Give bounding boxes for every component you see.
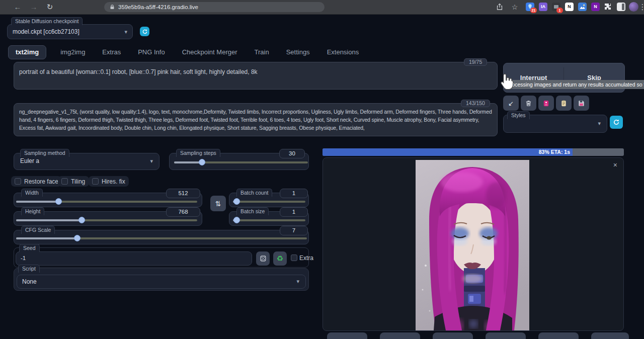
tab-png-info[interactable]: PNG Info [135, 46, 168, 59]
zip-button[interactable] [380, 332, 420, 339]
batch-count-label: Batch count [236, 189, 272, 197]
kebab-menu-icon[interactable]: ⋮ [637, 1, 644, 13]
send-to-img2img-button[interactable] [433, 332, 473, 339]
script-dropdown[interactable]: None ▾ [17, 275, 306, 289]
chevron-down-icon: ▾ [598, 120, 601, 127]
hires-fix-checkbox[interactable] [92, 178, 99, 185]
extension-notion-icon[interactable]: N [565, 3, 574, 11]
lock-icon [109, 4, 115, 10]
negative-prompt-token-counter: 143/150 [461, 100, 490, 107]
tab-extras[interactable]: Extras [99, 46, 124, 59]
cfg-scale-slider[interactable] [16, 237, 307, 239]
send-to-inpaint-button[interactable] [486, 332, 526, 339]
bookmark-star-icon[interactable]: ☆ [509, 1, 520, 13]
extra-networks-button[interactable] [538, 96, 554, 111]
seed-extra-label: Extra [299, 255, 313, 262]
prompt-input[interactable]: portrait of a beautiful [woman::0.1] rob… [14, 62, 498, 90]
chevron-down-icon: ▾ [150, 158, 153, 164]
webui-page: Stable Diffusion checkpoint model.ckpt [… [0, 14, 644, 339]
image-preview-panel: × [323, 157, 624, 331]
batch-count-slider[interactable] [233, 201, 305, 203]
height-slider[interactable] [16, 219, 197, 221]
swap-arrows-icon: ⇅ [215, 200, 221, 208]
seed-extra-checkbox[interactable] [291, 255, 297, 261]
recycle-icon: ♻ [277, 254, 283, 263]
sampling-method-value: Euler a [20, 157, 39, 164]
generated-image-preview[interactable] [416, 160, 529, 330]
tab-extensions[interactable]: Extensions [324, 46, 362, 59]
progress-fill: 83% ETA: 1s [323, 148, 573, 156]
extensions-puzzle-icon[interactable] [604, 3, 612, 11]
extension-photos-icon[interactable] [578, 3, 587, 11]
hires-fix-label: Hires. fix [102, 178, 125, 185]
save-image-button[interactable] [327, 332, 367, 339]
restore-faces-label: Restore faces [24, 178, 61, 185]
share-icon[interactable] [496, 3, 504, 11]
forward-icon[interactable]: → [28, 1, 39, 13]
paste-generation-params-button[interactable]: ↙ [503, 96, 519, 111]
arrow-southwest-icon: ↙ [508, 100, 514, 107]
sampling-steps-label: Sampling steps [176, 149, 220, 157]
extension-onenote-icon[interactable]: N [591, 3, 600, 11]
width-input[interactable]: 512 [166, 189, 200, 198]
checkpoint-label: Stable Diffusion checkpoint [11, 17, 83, 25]
dice-icon [260, 255, 267, 262]
close-icon[interactable]: × [613, 161, 617, 169]
extension-ia-icon[interactable]: IA [539, 3, 547, 11]
reload-icon[interactable]: ↻ [44, 1, 55, 13]
width-label: Width [21, 189, 43, 197]
swap-width-height-button[interactable]: ⇅ [210, 196, 226, 211]
batch-count-input[interactable]: 1 [280, 189, 308, 198]
clipboard-icon [560, 100, 568, 107]
address-bar[interactable]: 359e5b9a-a5ff-4216.gradio.live [104, 2, 325, 12]
negative-prompt-input[interactable]: ng_deepnegative_v1_75t, (worst quality, … [14, 103, 498, 136]
sidebar-panel-icon[interactable] [617, 3, 625, 11]
tiling-checkbox[interactable] [61, 178, 68, 185]
height-label: Height [21, 207, 44, 215]
checkpoint-dropdown[interactable]: model.ckpt [cc6cb27103] ▾ [7, 24, 133, 39]
clear-prompt-button[interactable] [521, 96, 536, 111]
seed-input[interactable]: -1 [16, 251, 252, 266]
sampling-steps-slider[interactable] [174, 161, 308, 163]
reuse-seed-button[interactable]: ♻ [273, 251, 287, 266]
seed-value: -1 [21, 255, 26, 261]
extension-screen-icon[interactable]: 1 [552, 3, 560, 11]
sampling-method-label: Sampling method [20, 149, 69, 157]
url-text: 359e5b9a-a5ff-4216.gradio.live [118, 2, 198, 12]
trash-icon [525, 100, 532, 107]
send-to-extras-button[interactable] [538, 332, 579, 339]
batch-size-label: Batch size [236, 207, 269, 215]
tiling-label: Tiling [71, 178, 85, 185]
restore-faces-checkbox[interactable] [15, 178, 21, 185]
height-input[interactable]: 768 [166, 207, 200, 217]
checkpoint-refresh-button[interactable] [140, 27, 149, 36]
tab-img2img[interactable]: img2img [57, 46, 88, 59]
save-style-button[interactable] [574, 96, 589, 111]
width-slider[interactable] [16, 201, 197, 203]
apply-styles-button[interactable] [556, 96, 572, 111]
sampling-steps-input[interactable]: 30 [279, 149, 305, 158]
cfg-scale-input[interactable]: 7 [280, 226, 308, 235]
browser-window: ← → ↻ 359e5b9a-a5ff-4216.gradio.live ☆ 2… [0, 0, 644, 339]
save-icon [578, 100, 585, 107]
seed-label: Seed [19, 244, 40, 252]
styles-label: Styles [507, 111, 530, 119]
tab-txt2img[interactable]: txt2img [8, 45, 46, 59]
extra-output-button[interactable] [591, 332, 629, 339]
tab-train[interactable]: Train [252, 46, 272, 59]
batch-size-slider[interactable] [233, 219, 305, 221]
card-icon [542, 100, 550, 107]
main-tabbar: txt2img img2img Extras PNG Info Checkpoi… [8, 45, 362, 59]
random-seed-button[interactable] [256, 251, 270, 266]
extension-badge: 1 [556, 8, 563, 13]
extension-pin-icon[interactable]: 21 [526, 3, 534, 11]
styles-refresh-button[interactable] [610, 116, 623, 129]
chevron-down-icon: ▾ [296, 278, 299, 285]
tab-checkpoint-merger[interactable]: Checkpoint Merger [179, 46, 240, 59]
cfg-scale-label: CFG Scale [21, 226, 55, 234]
refresh-icon [613, 119, 620, 126]
batch-size-input[interactable]: 1 [280, 207, 308, 217]
browser-toolbar: ← → ↻ 359e5b9a-a5ff-4216.gradio.live ☆ 2… [0, 0, 644, 15]
back-icon[interactable]: ← [12, 1, 23, 13]
tab-settings[interactable]: Settings [283, 46, 313, 59]
